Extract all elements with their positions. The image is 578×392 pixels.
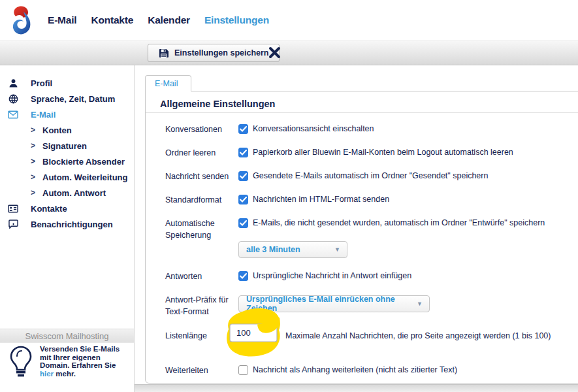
chevron-down-icon: ▼ [334, 246, 340, 253]
checkbox-label: E-Mails, die nicht gesendet wurden, auto… [253, 218, 545, 227]
row-standardformat: Standardformat Nachrichten im HTML-Forma… [165, 193, 578, 206]
chevron-right-icon: > [31, 141, 35, 150]
globe-icon [7, 94, 19, 104]
sidebar-subitem-label: Signaturen [42, 141, 87, 151]
promo-tip: Versenden Sie E-Mails mit Ihrer eigenen … [9, 345, 121, 378]
promo-section-title: Swisscom Mailhosting [0, 329, 134, 343]
chevron-right-icon: > [31, 172, 35, 182]
row-label: Konversationen [165, 122, 233, 135]
autospeicherung-interval-dropdown[interactable]: alle 3 Minuten ▼ [238, 241, 347, 258]
row-label: Antworten [165, 269, 233, 282]
checkbox-label: Gesendete E-Mails automatisch im Ordner … [253, 171, 488, 180]
nav-kontakte[interactable]: Kontakte [91, 14, 133, 26]
person-icon [7, 78, 19, 88]
sidebar-item-label: Sprache, Zeit, Datum [31, 94, 115, 104]
sidebar-item-sprache-zeit-datum[interactable]: Sprache, Zeit, Datum [0, 91, 134, 106]
hier-link[interactable]: hier [40, 370, 54, 378]
chevron-down-icon: ▼ [417, 301, 423, 307]
save-settings-label: Einstellungen speichern [174, 48, 268, 57]
sidebar-subitem-konten[interactable]: > Konten [0, 122, 134, 138]
row-label: Ordner leeren [165, 146, 233, 159]
antworten-checkbox[interactable] [238, 271, 248, 281]
sidebar-item-label: Profil [31, 78, 52, 88]
dropdown-value: alle 3 Minuten [246, 245, 300, 254]
chevron-right-icon: > [31, 125, 35, 135]
sidebar-subitem-label: Autom. Weiterleitung [42, 172, 127, 182]
row-antworten: Antworten Ursprüngliche Nachricht in Ant… [165, 269, 578, 282]
weiterleiten-checkbox[interactable] [238, 365, 248, 375]
nav-kalender[interactable]: Kalender [148, 14, 190, 26]
notification-bubble-icon [7, 220, 19, 229]
listenlaenge-description: Maximale Anzahl Nachrichten, die pro Sei… [285, 326, 551, 346]
sidebar-item-label: Kontakte [31, 204, 67, 214]
nachricht-senden-checkbox[interactable] [238, 171, 248, 181]
nav-email[interactable]: E-Mail [48, 14, 76, 26]
sidebar-subitem-blockierte-absender[interactable]: > Blockierte Absender [0, 154, 134, 169]
sidebar-subitem-label: Konten [42, 125, 72, 135]
sidebar-subitem-autom-weiterleitung[interactable]: > Autom. Weiterleitung [0, 169, 134, 185]
sidebar-subitem-autom-antwort[interactable]: > Autom. Antwort [0, 185, 134, 201]
page-title: Allgemeine Einstellungen [160, 97, 578, 110]
checkbox-label: Papierkorb aller Bluewin E-Mail-Konten b… [253, 148, 513, 157]
chevron-right-icon: > [31, 157, 35, 166]
row-automatische-speicherung: Automatische Speicherung E-Mails, die ni… [165, 216, 578, 258]
listenlaenge-highlight: 100 [223, 306, 285, 361]
chevron-right-icon: > [31, 188, 35, 197]
sidebar-item-label: E-Mail [31, 110, 56, 120]
page-bottom-strip [135, 384, 578, 392]
sidebar-subitem-label: Blockierte Absender [42, 157, 125, 167]
top-navigation: E-Mail Kontakte Kalender Einstellungen [48, 0, 269, 41]
promo-text: Versenden Sie E-Mails mit Ihrer eigenen … [40, 345, 121, 378]
sidebar-item-profil[interactable]: Profil [0, 75, 134, 91]
close-icon[interactable] [268, 46, 281, 62]
app-window: E-Mail Kontakte Kalender Einstellungen E… [0, 0, 578, 392]
row-weiterleiten: Weiterleiten Nachricht als Anhang weiter… [165, 363, 578, 376]
checkbox-label: Nachrichten im HTML-Format senden [253, 195, 389, 204]
main-content: E-Mail Allgemeine Einstellungen Konversa… [145, 65, 578, 392]
settings-panel: Allgemeine Einstellungen Konversationen … [145, 91, 578, 384]
standardformat-checkbox[interactable] [238, 195, 248, 204]
contact-card-icon [7, 204, 19, 213]
checkbox-label: Nachricht als Anhang weiterleiten (nicht… [253, 365, 457, 374]
row-label: Standardformat [165, 193, 233, 206]
konversationen-checkbox[interactable] [238, 124, 248, 134]
row-konversationen: Konversationen Konversationsansicht eins… [165, 122, 578, 135]
checkbox-label: Konversationsansicht einschalten [253, 124, 374, 133]
row-ordner-leeren: Ordner leeren Papierkorb aller Bluewin E… [165, 146, 578, 159]
sidebar-subitem-signaturen[interactable]: > Signaturen [0, 138, 134, 154]
nav-einstellungen[interactable]: Einstellungen [204, 14, 269, 26]
row-label: Weiterleiten [165, 363, 233, 376]
row-nachricht-senden: Nachricht senden Gesendete E-Mails autom… [165, 169, 578, 182]
swisscom-logo-icon[interactable] [8, 5, 38, 39]
save-floppy-icon [159, 48, 169, 58]
sidebar-item-kontakte[interactable]: Kontakte [0, 201, 134, 216]
sidebar-item-email[interactable]: E-Mail [0, 106, 134, 122]
listenlaenge-input[interactable]: 100 [236, 328, 263, 338]
save-settings-button[interactable]: Einstellungen speichern [148, 44, 280, 62]
header: E-Mail Kontakte Kalender Einstellungen [0, 0, 578, 41]
checkbox-label: Ursprüngliche Nachricht in Antwort einfü… [253, 271, 411, 280]
row-label: Nachricht senden [165, 169, 233, 182]
settings-sidebar: Profil Sprache, Zeit, Datum E-Mail [0, 65, 135, 392]
autospeicherung-checkbox[interactable] [238, 218, 248, 228]
sidebar-item-label: Benachrichtigungen [31, 220, 113, 229]
divider [146, 112, 578, 113]
sidebar-item-benachrichtigungen[interactable]: Benachrichtigungen [0, 216, 134, 232]
toolbar: Einstellungen speichern [0, 41, 578, 65]
lightbulb-icon [9, 345, 33, 378]
envelope-icon [7, 110, 19, 119]
ordner-leeren-checkbox[interactable] [238, 148, 248, 157]
row-label: Automatische Speicherung [165, 216, 233, 258]
sidebar-subitem-label: Autom. Antwort [42, 188, 106, 198]
tab-email[interactable]: E-Mail [145, 75, 191, 91]
